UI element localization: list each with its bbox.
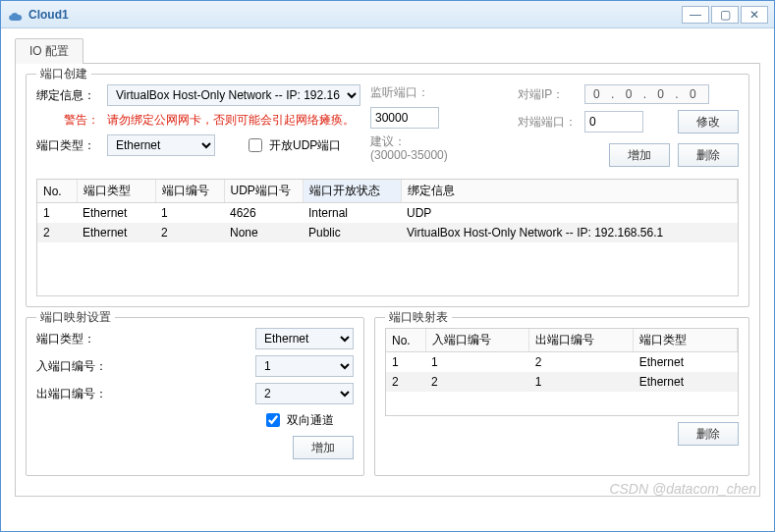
col-no[interactable]: No. [37, 180, 77, 203]
table-row[interactable]: 1 Ethernet 1 4626 Internal UDP [37, 203, 738, 224]
add-port-button[interactable]: 增加 [609, 143, 670, 167]
peer-ip-label: 对端IP： [518, 86, 577, 103]
col-udp[interactable]: UDP端口号 [224, 180, 303, 203]
mcol-out[interactable]: 出端口编号 [529, 329, 634, 352]
titlebar[interactable]: Cloud1 — ▢ ✕ [1, 1, 774, 28]
mcol-in[interactable]: 入端口编号 [425, 329, 529, 352]
map-type-select[interactable]: Ethernet [255, 328, 354, 349]
bind-info-label: 绑定信息： [36, 87, 99, 104]
bind-info-select[interactable]: VirtualBox Host-Only Network -- IP: 192.… [107, 84, 360, 106]
tab-bar: IO 配置 [15, 38, 760, 64]
tab-panel: 端口创建 绑定信息： VirtualBox Host-Only Network … [15, 63, 760, 497]
map-table-container[interactable]: No. 入端口编号 出端口编号 端口类型 1 1 2 Ethern [385, 328, 739, 416]
in-port-label: 入端口编号： [36, 358, 125, 375]
window-controls: — ▢ ✕ [682, 6, 768, 24]
port-create-group: 端口创建 绑定信息： VirtualBox Host-Only Network … [26, 74, 749, 307]
bidir-checkbox[interactable] [266, 413, 280, 427]
port-type-select[interactable]: Ethernet [107, 134, 215, 156]
modify-button[interactable]: 修改 [678, 110, 739, 133]
delete-port-button[interactable]: 删除 [678, 143, 739, 167]
tab-io-config[interactable]: IO 配置 [15, 38, 83, 64]
out-port-label: 出端口编号： [36, 386, 125, 402]
table-row[interactable]: 2 2 1 Ethernet [386, 372, 738, 392]
peer-port-label: 对端端口： [518, 114, 577, 131]
window-title: Cloud1 [28, 8, 69, 22]
out-port-select[interactable]: 2 [255, 383, 354, 404]
table-row[interactable]: 2 Ethernet 2 None Public VirtualBox Host… [37, 223, 738, 242]
warning-text: 请勿绑定公网网卡，否则可能会引起网络瘫痪。 [107, 112, 355, 129]
listen-port-label: 监听端口： [370, 84, 433, 101]
add-map-button[interactable]: 增加 [293, 436, 354, 459]
bidir-label: 双向通道 [287, 412, 334, 429]
content-area: IO 配置 端口创建 绑定信息： VirtualBox Host-Only Ne… [1, 28, 774, 503]
close-button[interactable]: ✕ [741, 6, 768, 24]
table-row[interactable]: 1 1 2 Ethernet [386, 352, 738, 373]
warning-label: 警告： [36, 112, 99, 129]
listen-port-input[interactable] [370, 107, 439, 129]
app-window: Cloud1 — ▢ ✕ IO 配置 端口创建 绑定信息： [0, 0, 775, 532]
col-num[interactable]: 端口编号 [155, 180, 224, 203]
port-create-legend: 端口创建 [36, 66, 91, 82]
map-type-label: 端口类型： [36, 331, 125, 347]
minimize-button[interactable]: — [682, 6, 709, 24]
port-map-settings-group: 端口映射设置 端口类型： Ethernet 入端口编号： 1 出端口编号： [26, 317, 364, 476]
col-type[interactable]: 端口类型 [77, 180, 155, 203]
port-table-container[interactable]: No. 端口类型 端口编号 UDP端口号 端口开放状态 绑定信息 1 Ether… [36, 179, 739, 296]
port-type-label: 端口类型： [36, 137, 99, 154]
peer-ip-input[interactable]: 0 . 0 . 0 . 0 [584, 84, 709, 104]
mcol-type[interactable]: 端口类型 [634, 329, 738, 352]
map-settings-legend: 端口映射设置 [36, 309, 115, 326]
port-table: No. 端口类型 端口编号 UDP端口号 端口开放状态 绑定信息 1 Ether… [37, 180, 738, 242]
mcol-no[interactable]: No. [386, 329, 425, 352]
map-table-legend: 端口映射表 [385, 309, 452, 326]
map-table: No. 入端口编号 出端口编号 端口类型 1 1 2 Ethern [386, 329, 738, 392]
in-port-select[interactable]: 1 [255, 355, 354, 377]
col-open[interactable]: 端口开放状态 [303, 180, 401, 203]
udp-open-label: 开放UDP端口 [269, 137, 341, 154]
col-bind[interactable]: 绑定信息 [401, 180, 738, 203]
suggest-range: (30000-35000) [370, 148, 448, 162]
port-map-table-group: 端口映射表 No. 入端口编号 出端口编号 端口类型 [374, 317, 749, 476]
bidir-checkbox-wrap[interactable]: 双向通道 [262, 410, 334, 430]
delete-map-button[interactable]: 删除 [678, 422, 739, 446]
peer-port-input[interactable] [584, 111, 643, 133]
suggest-label: 建议： [370, 134, 406, 148]
maximize-button[interactable]: ▢ [711, 6, 739, 24]
app-logo-icon [7, 7, 23, 23]
udp-open-checkbox[interactable] [249, 138, 262, 152]
udp-open-checkbox-wrap[interactable]: 开放UDP端口 [245, 135, 341, 155]
